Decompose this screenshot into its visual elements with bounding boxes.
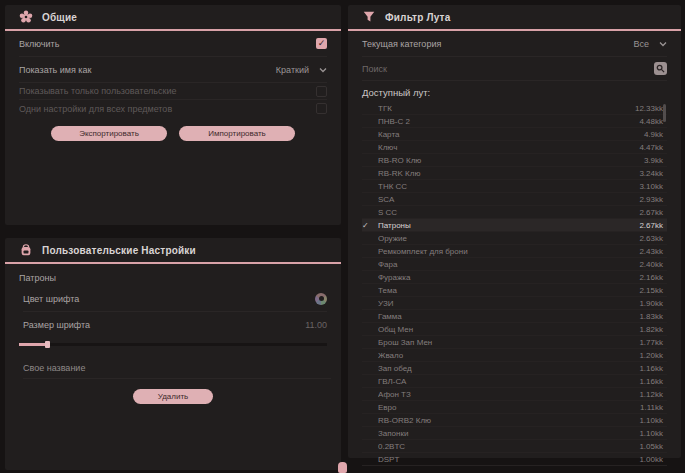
export-button[interactable]: Экспортировать: [51, 126, 167, 141]
same-settings-label: Одни настройки для всех предметов: [19, 104, 172, 114]
only-custom-checkbox[interactable]: [316, 86, 327, 97]
enable-row: Включить ✓: [19, 31, 327, 57]
loot-item-row[interactable]: DSPT1.00kk: [362, 453, 667, 466]
loot-item-row[interactable]: Афон ТЗ1.12kk: [362, 388, 667, 401]
general-panel-header: Общие: [5, 5, 341, 31]
loot-item-value: 2.93kk: [639, 195, 667, 204]
loot-item-name: ТГК: [378, 104, 635, 113]
search-input[interactable]: [362, 64, 654, 74]
loot-item-row[interactable]: Фуражка2.16kk: [362, 271, 667, 284]
loot-item-value: 1.11kk: [640, 403, 667, 412]
loot-item-row[interactable]: Запонки1.10kk: [362, 427, 667, 440]
custom-name-input[interactable]: [23, 357, 331, 379]
loot-item-row[interactable]: ГВЛ-СА1.16kk: [362, 375, 667, 388]
loot-item-row[interactable]: Зап обед1.16kk: [362, 362, 667, 375]
loot-item-name: Патроны: [378, 221, 639, 230]
loot-item-value: 1.12kk: [639, 390, 667, 399]
loot-item-row[interactable]: Общ Мен1.82kk: [362, 323, 667, 336]
loot-item-value: 3.24kk: [639, 169, 667, 178]
loot-item-row[interactable]: ТГК12.33kk: [362, 102, 667, 115]
loot-item-row[interactable]: Гамма1.83kk: [362, 310, 667, 323]
check-icon: ✓: [362, 221, 374, 230]
loot-item-row[interactable]: Ремкомплект для брони2.43kk: [362, 245, 667, 258]
loot-item-row[interactable]: ✓Патроны2.67kk: [362, 219, 667, 232]
display-name-row: Показать имя как Краткий: [19, 57, 327, 83]
loot-item-name: Брош Зап Мен: [378, 338, 639, 347]
loot-item-value: 1.20kk: [639, 351, 667, 360]
category-row: Текущая категория Все: [362, 31, 667, 57]
loot-item-row[interactable]: Тема2.15kk: [362, 284, 667, 297]
loot-item-row[interactable]: RB-RO Клю3.9kk: [362, 154, 667, 167]
category-value: Все: [633, 39, 649, 49]
slider-handle[interactable]: [45, 341, 50, 348]
loot-item-row[interactable]: Жвало1.20kk: [362, 349, 667, 362]
loot-item-row[interactable]: S СС2.67kk: [362, 206, 667, 219]
loot-item-row[interactable]: Ключ4.47kk: [362, 141, 667, 154]
enable-label: Включить: [19, 39, 59, 49]
gear-flower-icon: [19, 10, 33, 24]
loot-item-name: Карта: [378, 130, 644, 139]
color-wheel-icon[interactable]: [315, 293, 327, 305]
loot-item-value: 1.10kk: [639, 429, 667, 438]
only-custom-label: Показывать только пользовательские: [19, 86, 177, 96]
loot-item-value: 3.10kk: [639, 182, 667, 191]
loot-item-row[interactable]: ТНК СС3.10kk: [362, 180, 667, 193]
loot-item-name: Зап обед: [378, 364, 639, 373]
loot-item-name: Гамма: [378, 312, 639, 321]
loot-item-row[interactable]: SCA2.93kk: [362, 193, 667, 206]
loot-item-row[interactable]: RB-ORB2 Клю1.10kk: [362, 414, 667, 427]
loot-item-value: 1.00kk: [639, 455, 667, 464]
loot-item-row[interactable]: Фара2.40kk: [362, 258, 667, 271]
loot-item-name: ТНК СС: [378, 182, 639, 191]
available-loot-label: Доступный лут:: [362, 81, 667, 102]
custom-settings-header: Пользовательские Настройки: [5, 238, 341, 264]
font-color-label: Цвет шрифта: [23, 294, 79, 304]
selected-item-name: Патроны: [19, 273, 327, 283]
loot-item-value: 2.16kk: [639, 273, 667, 282]
font-size-slider[interactable]: [19, 339, 327, 349]
loot-item-row[interactable]: Евро1.11kk: [362, 401, 667, 414]
scrollbar-thumb[interactable]: [663, 104, 666, 122]
loot-item-value: 1.82kk: [639, 325, 667, 334]
same-settings-row: Одни настройки для всех предметов: [19, 100, 327, 117]
loot-item-name: ПНВ-С 2: [378, 117, 639, 126]
delete-button[interactable]: Удалить: [133, 389, 213, 404]
loot-filter-header: Фильтр Лута: [348, 5, 681, 31]
loot-item-name: Ремкомплект для брони: [378, 247, 639, 256]
loot-item-name: Жвало: [378, 351, 639, 360]
search-icon[interactable]: [654, 62, 667, 75]
chevron-down-icon: [659, 40, 667, 48]
loot-item-name: ГВЛ-СА: [378, 377, 639, 386]
loot-item-name: DSPT: [378, 455, 639, 464]
enable-checkbox[interactable]: ✓: [316, 38, 327, 49]
general-panel: Общие Включить ✓ Показать имя как Кратки…: [5, 5, 341, 225]
loot-item-value: 1.05kk: [639, 442, 667, 451]
font-size-value: 11.00: [305, 320, 327, 330]
loot-item-value: 2.15kk: [639, 286, 667, 295]
loot-filter-title: Фильтр Лута: [385, 12, 450, 23]
loot-item-row[interactable]: Карта4.9kk: [362, 128, 667, 141]
chevron-down-icon: [319, 66, 327, 74]
loot-item-row[interactable]: RB-RK Клю3.24kk: [362, 167, 667, 180]
loot-item-row[interactable]: Брош Зап Мен1.77kk: [362, 336, 667, 349]
category-dropdown[interactable]: Все: [633, 39, 667, 49]
general-panel-title: Общие: [42, 12, 77, 23]
display-name-value: Краткий: [276, 65, 309, 75]
display-name-dropdown[interactable]: Краткий: [276, 65, 327, 75]
slider-track: [19, 343, 327, 346]
loot-item-row[interactable]: 0.2BTC1.05kk: [362, 440, 667, 453]
import-button[interactable]: Импортировать: [179, 126, 295, 141]
loot-item-row[interactable]: ПНВ-С 24.48kk: [362, 115, 667, 128]
slider-fill: [19, 343, 47, 346]
loot-item-name: 0.2BTC: [378, 442, 639, 451]
display-name-label: Показать имя как: [19, 65, 91, 75]
font-size-label: Размер шрифта: [23, 320, 90, 330]
loot-item-row[interactable]: Оружие2.63kk: [362, 232, 667, 245]
loot-item-name: Оружие: [378, 234, 639, 243]
same-settings-checkbox[interactable]: [316, 103, 327, 114]
loot-item-value: 2.43kk: [639, 247, 667, 256]
loot-filter-panel: Фильтр Лута Текущая категория Все Доступ…: [348, 5, 681, 458]
backpack-icon: [19, 243, 33, 257]
bottom-grip-icon[interactable]: [338, 462, 347, 473]
loot-item-row[interactable]: УЗИ1.90kk: [362, 297, 667, 310]
